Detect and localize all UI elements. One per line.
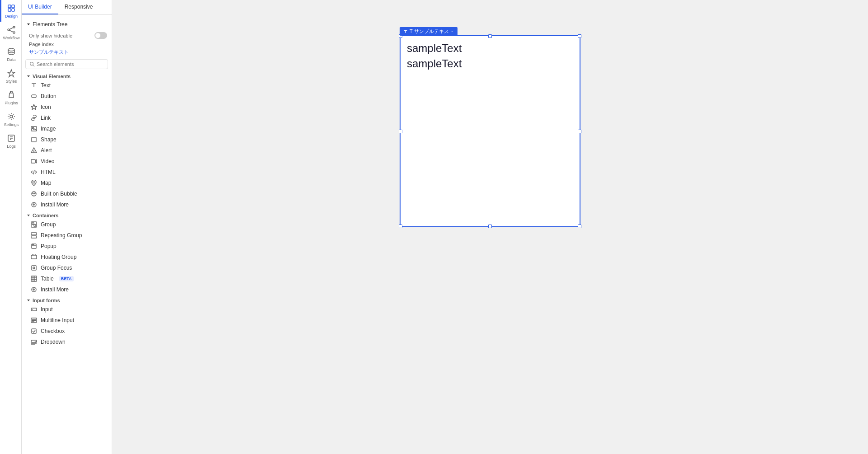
link-icon — [31, 115, 37, 121]
nav-styles[interactable]: Styles — [0, 65, 22, 87]
alert-icon — [31, 147, 37, 154]
svg-rect-60 — [32, 329, 36, 333]
svg-line-7 — [9, 28, 13, 29]
svg-rect-35 — [32, 223, 34, 225]
svg-point-27 — [33, 181, 35, 183]
panel-tabs: UI Builder Responsive — [22, 0, 112, 15]
icon-icon — [31, 104, 37, 110]
element-label-icon — [403, 29, 408, 34]
input-icon — [31, 306, 37, 313]
page-index-link[interactable]: サンプルテキスト — [22, 48, 112, 57]
tab-responsive[interactable]: Responsive — [58, 0, 99, 14]
button-icon — [31, 93, 37, 99]
element-text[interactable]: Text — [22, 80, 112, 91]
text-line-2: sampleText — [407, 56, 573, 71]
page-index-label: Page index — [22, 41, 112, 48]
element-multiline-input[interactable]: Multiline Input — [22, 315, 112, 326]
resize-handle-bottom-left[interactable] — [399, 225, 402, 228]
svg-rect-44 — [32, 266, 36, 270]
checkbox-icon — [31, 328, 37, 334]
resize-handle-right-center[interactable] — [578, 130, 581, 133]
svg-rect-3 — [12, 9, 14, 11]
element-button[interactable]: Button — [22, 91, 112, 102]
element-built-on-bubble[interactable]: Built on Bubble — [22, 188, 112, 199]
svg-line-8 — [9, 30, 13, 32]
resize-handle-top-right[interactable] — [578, 34, 581, 38]
resize-handle-left-center[interactable] — [399, 130, 402, 133]
containers-section[interactable]: Containers — [22, 210, 112, 219]
svg-line-16 — [33, 65, 34, 66]
svg-rect-0 — [8, 5, 11, 8]
elements-tree-header[interactable]: Elements Tree — [22, 19, 112, 30]
svg-point-25 — [34, 152, 34, 152]
nav-plugins[interactable]: Plugins — [0, 87, 22, 108]
only-show-hideable-toggle[interactable] — [94, 32, 107, 39]
panel-body: Elements Tree Only show hideable Page in… — [22, 15, 112, 454]
element-group-focus[interactable]: Group Focus — [22, 262, 112, 273]
element-floating-group[interactable]: Floating Group — [22, 252, 112, 262]
resize-handle-bottom-center[interactable] — [488, 225, 492, 228]
element-alert[interactable]: Alert — [22, 145, 112, 156]
svg-point-5 — [13, 26, 15, 28]
group-focus-icon — [31, 265, 37, 271]
element-install-more-containers[interactable]: Install More — [22, 284, 112, 295]
element-shape[interactable]: Shape — [22, 134, 112, 145]
svg-rect-1 — [12, 5, 14, 8]
visual-elements-section[interactable]: Visual Elements — [22, 71, 112, 80]
text-element-content: sampleText sampleText — [401, 36, 580, 75]
element-video[interactable]: Video — [22, 156, 112, 167]
svg-point-15 — [30, 62, 33, 66]
nav-logs[interactable]: Logs — [0, 130, 22, 152]
nav-settings[interactable]: Settings — [0, 108, 22, 130]
element-table[interactable]: Table BETA — [22, 273, 112, 284]
table-beta-badge: BETA — [59, 276, 74, 281]
resize-handle-top-center[interactable] — [488, 34, 492, 38]
svg-point-30 — [34, 193, 35, 194]
bubble-icon — [31, 191, 37, 197]
element-image[interactable]: Image — [22, 123, 112, 134]
element-input[interactable]: Input — [22, 304, 112, 315]
element-group[interactable]: Group — [22, 219, 112, 230]
element-selection-label: T サンプルテキスト — [400, 27, 458, 36]
repeating-group-icon — [31, 232, 37, 239]
element-repeating-group[interactable]: Repeating Group — [22, 230, 112, 241]
nav-design[interactable]: Design — [0, 0, 22, 22]
table-icon — [31, 276, 37, 282]
svg-marker-20 — [31, 104, 37, 110]
only-show-hideable-row: Only show hideable — [22, 30, 112, 41]
resize-handle-bottom-right[interactable] — [578, 225, 581, 228]
element-install-more-visual[interactable]: Install More — [22, 199, 112, 210]
tab-ui-builder[interactable]: UI Builder — [22, 0, 58, 14]
svg-rect-46 — [31, 276, 37, 281]
svg-rect-43 — [31, 255, 37, 259]
svg-point-9 — [8, 48, 14, 51]
element-dropdown[interactable]: Dropdown — [22, 337, 112, 347]
multiline-input-icon — [31, 317, 37, 323]
shape-icon — [31, 136, 37, 143]
text-icon — [31, 82, 37, 89]
element-popup[interactable]: Popup — [22, 241, 112, 252]
svg-rect-26 — [31, 159, 35, 163]
nav-workflow[interactable]: Workflow — [0, 22, 22, 43]
html-icon — [31, 169, 37, 175]
popup-icon — [31, 243, 37, 249]
svg-point-45 — [33, 267, 35, 269]
main-canvas-area: T サンプルテキスト sampleText sampleText — [112, 0, 868, 454]
svg-point-6 — [13, 32, 15, 33]
nav-data[interactable]: Data — [0, 43, 22, 65]
search-elements-input[interactable] — [37, 61, 104, 67]
input-forms-section[interactable]: Input forms — [22, 295, 112, 304]
icon-nav: Design Workflow Data Styles Plugins — [0, 0, 22, 454]
element-html[interactable]: HTML — [22, 167, 112, 178]
element-link[interactable]: Link — [22, 112, 112, 123]
element-checkbox[interactable]: Checkbox — [22, 326, 112, 337]
install-more-containers-icon — [31, 286, 37, 293]
selected-element-box[interactable]: sampleText sampleText — [400, 35, 580, 227]
text-line-1: sampleText — [407, 41, 573, 56]
install-more-visual-icon — [31, 201, 37, 208]
svg-rect-38 — [31, 236, 37, 238]
svg-rect-19 — [32, 95, 36, 98]
video-icon — [31, 158, 37, 164]
element-icon[interactable]: Icon — [22, 102, 112, 112]
element-map[interactable]: Map — [22, 178, 112, 188]
